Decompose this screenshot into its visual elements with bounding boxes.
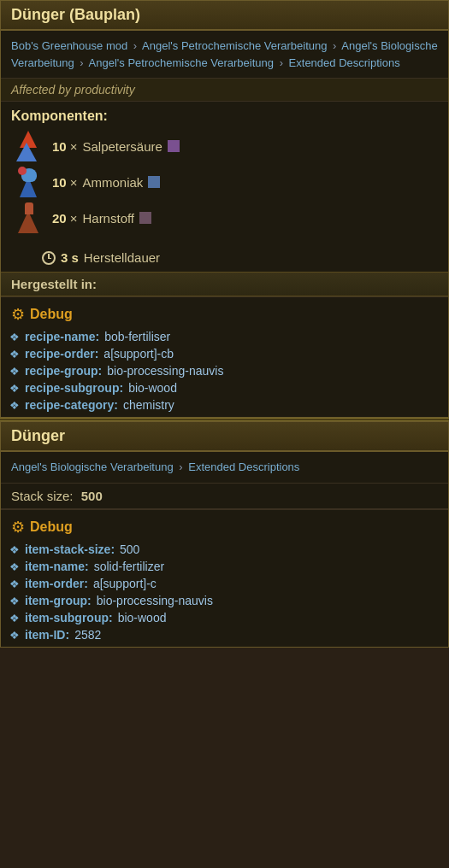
ingredient-row-ammoniak: 10 × Ammoniak xyxy=(11,167,438,197)
breadcrumb-sep-3: › xyxy=(80,56,83,69)
ammoniak-qty: 10 xyxy=(52,175,67,190)
item-panel-header: Dünger xyxy=(1,422,448,452)
recipe-debug-gear-small-0: ❖ xyxy=(9,331,20,343)
item-panel: Dünger Angel's Biologische Verarbeitung … xyxy=(0,421,449,648)
item-debug-gear-small-2: ❖ xyxy=(9,578,20,590)
recipe-debug-item-3: ❖ recipe-subgroup: bio-wood xyxy=(1,379,448,396)
clock-icon xyxy=(42,251,56,265)
breadcrumb-sep-4: › xyxy=(280,56,283,69)
recipe-debug-title: Debug xyxy=(30,307,73,322)
recipe-debug-item-1: ❖ recipe-order: a[support]-cb xyxy=(1,345,448,362)
recipe-debug-item-2: ❖ recipe-group: bio-processing-nauvis xyxy=(1,362,448,379)
recipe-debug-gear-small-4: ❖ xyxy=(9,399,20,412)
recipe-debug-value-2: bio-processing-nauvis xyxy=(107,364,223,378)
item-debug-item-2: ❖ item-order: a[support]-c xyxy=(1,575,448,592)
item-debug-gear-small-3: ❖ xyxy=(9,595,20,607)
stack-size-row: Stack size: 500 xyxy=(1,484,448,509)
recipe-debug-item-0: ❖ recipe-name: bob-fertiliser xyxy=(1,328,448,345)
item-breadcrumb-sep-1: › xyxy=(179,460,182,473)
harnstoff-name: Harnstoff xyxy=(82,211,134,226)
item-debug-item-5: ❖ item-ID: 2582 xyxy=(1,626,448,643)
recipe-debug-key-4: recipe-category: xyxy=(25,398,118,412)
recipe-debug-value-0: bob-fertiliser xyxy=(104,330,170,343)
recipe-debug-key-1: recipe-order: xyxy=(25,347,98,361)
recipe-title: Dünger (Bauplan) xyxy=(11,6,438,24)
breadcrumb-part-5: Extended Descriptions xyxy=(289,56,400,69)
item-debug-value-5: 2582 xyxy=(74,628,101,642)
manufactured-in-label: Hergestellt in: xyxy=(11,277,97,291)
item-debug-value-3: bio-processing-nauvis xyxy=(97,594,213,607)
item-debug-item-0: ❖ item-stack-size: 500 xyxy=(1,541,448,558)
item-debug-key-2: item-order: xyxy=(25,577,88,590)
recipe-debug-key-2: recipe-group: xyxy=(25,364,102,378)
item-title: Dünger xyxy=(11,427,438,445)
ammoniak-icon xyxy=(15,167,45,197)
item-debug-gear-small-0: ❖ xyxy=(9,543,20,556)
ingredient-row-harnstoff: 20 × Harnstoff xyxy=(11,202,438,233)
item-debug-key-5: item-ID: xyxy=(25,628,69,642)
recipe-debug-item-4: ❖ recipe-category: chemistry xyxy=(1,396,448,413)
item-debug-value-4: bio-wood xyxy=(118,611,167,625)
recipe-panel-header: Dünger (Bauplan) xyxy=(1,1,448,31)
item-debug-key-3: item-group: xyxy=(25,594,92,607)
recipe-debug-key-0: recipe-name: xyxy=(25,330,99,343)
breadcrumb-part-1: Bob's Greenhouse mod xyxy=(11,39,127,52)
components-section: Komponenten: 10 × Salpetersäure xyxy=(1,102,448,245)
recipe-debug-value-4: chemistry xyxy=(123,398,174,412)
harnstoff-times: × xyxy=(70,211,78,226)
item-debug-value-1: solid-fertilizer xyxy=(94,560,164,573)
craft-time-row: 3 s Herstelldauer xyxy=(1,245,448,272)
item-debug-key-4: item-subgroup: xyxy=(25,611,113,625)
item-debug-value-2: a[support]-c xyxy=(93,577,157,590)
breadcrumb-part-4: Angel's Petrochemische Verarbeitung xyxy=(89,56,274,69)
item-breadcrumb: Angel's Biologische Verarbeitung › Exten… xyxy=(1,452,448,484)
recipe-breadcrumb: Bob's Greenhouse mod › Angel's Petrochem… xyxy=(1,31,448,79)
item-debug-key-1: item-name: xyxy=(25,560,89,573)
recipe-debug-value-1: a[support]-cb xyxy=(103,347,174,361)
item-debug-gear-small-5: ❖ xyxy=(9,629,20,642)
item-debug-gear-icon: ⚙ xyxy=(11,518,25,537)
craft-time-label: Herstelldauer xyxy=(84,250,160,265)
item-breadcrumb-part-1: Angel's Biologische Verarbeitung xyxy=(11,460,174,473)
breadcrumb-sep-1: › xyxy=(133,39,137,52)
stack-size-value: 500 xyxy=(81,489,103,503)
item-debug-key-0: item-stack-size: xyxy=(25,542,115,556)
breadcrumb-sep-2: › xyxy=(333,39,336,52)
item-debug-item-3: ❖ item-group: bio-processing-nauvis xyxy=(1,592,448,609)
recipe-panel: Dünger (Bauplan) Bob's Greenhouse mod › … xyxy=(0,0,449,418)
salpetersaure-times: × xyxy=(70,139,78,154)
manufactured-in-header: Hergestellt in: xyxy=(1,272,448,296)
item-debug-title: Debug xyxy=(30,519,73,535)
recipe-debug-gear-icon: ⚙ xyxy=(11,305,25,324)
item-debug-value-0: 500 xyxy=(120,542,139,556)
recipe-debug-gear-small-3: ❖ xyxy=(9,382,20,395)
harnstoff-icon xyxy=(15,202,45,233)
ingredient-row-salpetersaure: 10 × Salpetersäure xyxy=(11,131,438,161)
item-debug-item-1: ❖ item-name: solid-fertilizer xyxy=(1,558,448,575)
components-title: Komponenten: xyxy=(11,108,438,124)
salpetersaure-color-dot xyxy=(168,140,180,152)
item-debug-gear-small-1: ❖ xyxy=(9,560,20,573)
recipe-debug-value-3: bio-wood xyxy=(128,381,177,395)
salpetersaure-icon xyxy=(15,131,45,161)
item-breadcrumb-part-2: Extended Descriptions xyxy=(188,460,299,473)
craft-time-symbol: 3 s xyxy=(61,250,79,265)
item-debug-header: ⚙ Debug xyxy=(1,513,448,541)
recipe-debug-header: ⚙ Debug xyxy=(1,301,448,328)
ammoniak-name: Ammoniak xyxy=(82,175,143,190)
harnstoff-qty: 20 xyxy=(52,211,67,226)
affected-notice: Affected by productivity xyxy=(1,79,448,102)
salpetersaure-qty: 10 xyxy=(52,139,67,154)
item-debug-item-4: ❖ item-subgroup: bio-wood xyxy=(1,609,448,626)
item-debug-section: ⚙ Debug ❖ item-stack-size: 500 ❖ item-na… xyxy=(1,509,448,647)
item-debug-gear-small-4: ❖ xyxy=(9,612,20,625)
affected-label: Affected by productivity xyxy=(11,83,135,97)
recipe-debug-gear-small-2: ❖ xyxy=(9,365,20,378)
recipe-debug-section: ⚙ Debug ❖ recipe-name: bob-fertiliser ❖ … xyxy=(1,296,448,417)
harnstoff-color-dot xyxy=(139,212,151,224)
ammoniak-color-dot xyxy=(148,176,160,188)
recipe-debug-gear-small-1: ❖ xyxy=(9,348,20,361)
salpetersaure-name: Salpetersäure xyxy=(82,139,162,154)
recipe-debug-key-3: recipe-subgroup: xyxy=(25,381,123,395)
stack-size-label: Stack size: xyxy=(11,489,74,503)
